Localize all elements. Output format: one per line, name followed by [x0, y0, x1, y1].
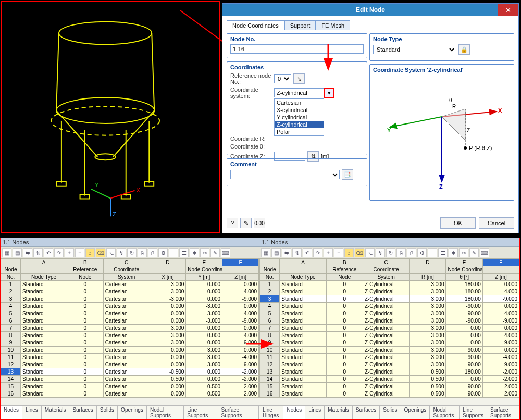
coord-system-dropdown[interactable]: Cartesian X-cylindrical Y-cylindrical Z-… [274, 98, 324, 136]
toolbar-button[interactable]: ✂ [459, 248, 468, 257]
toolbar-button[interactable]: ⌨ [480, 248, 489, 257]
toolbar-button[interactable]: ⇆ [282, 248, 291, 257]
tab-fe-mesh[interactable]: FE Mesh [316, 20, 350, 30]
toolbar-button[interactable]: ↶ [303, 248, 312, 257]
toolbar-button[interactable]: ⌫ [96, 248, 105, 257]
option-z-cyl[interactable]: Z-cylindrical [275, 121, 324, 128]
coord-system-value[interactable]: Z-cylindrical [274, 88, 324, 97]
toolbar-button[interactable]: － [75, 248, 84, 257]
footer-tab[interactable]: Line Hinges [259, 406, 283, 419]
toolbar-button[interactable]: ⎘ [396, 248, 406, 257]
grid-right[interactable]: ABCDEFNodeReferenceCoordinateNode Coordi… [259, 258, 519, 398]
comment-input[interactable] [230, 170, 340, 179]
toolbar-button[interactable]: ⇅ [33, 248, 43, 257]
nodes-table-right: 1.1 Nodes ▦▤⇆⇅↶↷＋－⌂⌫⌥↯↻⎘⎙⚙⋯☰❖✂✎⌨ ABCDEFN… [259, 238, 520, 420]
toolbar-button[interactable]: ▦ [261, 248, 270, 257]
tab-support[interactable]: Support [284, 20, 316, 30]
node-type-select[interactable]: Standard [373, 45, 456, 54]
toolbar-button[interactable]: ⌫ [355, 248, 364, 257]
toolbar-button[interactable]: ▤ [271, 248, 281, 257]
comment-library-icon[interactable]: 📑 [342, 169, 353, 180]
close-icon[interactable]: ✕ [498, 4, 518, 16]
footer-tab[interactable]: Materials [42, 406, 70, 419]
option-y-cyl[interactable]: Y-cylindrical [275, 114, 324, 121]
footer-tab[interactable]: Openings [401, 406, 430, 419]
footer-tab[interactable]: Solids [380, 406, 401, 419]
toolbar-button[interactable]: ⌂ [85, 248, 95, 257]
footer-tab[interactable]: Nodal Supports [147, 406, 184, 419]
toolbar-button[interactable]: ↷ [313, 248, 322, 257]
svg-line-7 [152, 33, 154, 111]
svg-point-5 [95, 154, 116, 160]
svg-text:Z: Z [439, 183, 443, 190]
ref-node-select[interactable]: 0 [274, 74, 291, 83]
toolbar-button[interactable]: ☰ [438, 248, 448, 257]
footer-tab[interactable]: Materials [325, 406, 353, 419]
toolbar-button[interactable]: ⇆ [23, 248, 32, 257]
footer-tab[interactable]: Lines [22, 406, 42, 419]
pick-node-icon[interactable]: ↘ [293, 73, 305, 84]
units-icon[interactable]: 0.00 [254, 218, 265, 228]
footer-tab[interactable]: Surface Supports [487, 406, 519, 419]
toolbar-button[interactable]: ↶ [44, 248, 53, 257]
node-no-input[interactable] [230, 44, 364, 54]
footer-tab[interactable]: Nodal Supports [430, 406, 460, 419]
toolbar-button[interactable]: ⌨ [221, 248, 230, 257]
toolbar-button[interactable]: ⚙ [417, 248, 427, 257]
toolbar-button[interactable]: ⌂ [344, 248, 354, 257]
footer-tab[interactable]: Surfaces [69, 406, 96, 419]
footer-tab[interactable]: Surfaces [353, 406, 380, 419]
cancel-button[interactable]: Cancel [479, 217, 514, 229]
footer-tab[interactable]: Nodes [1, 406, 22, 419]
toolbar-button[interactable]: ▦ [2, 248, 11, 257]
toolbar-button[interactable]: ✎ [210, 248, 220, 257]
footer-tab[interactable]: Openings [118, 406, 147, 419]
toolbar-button[interactable]: ＋ [324, 248, 333, 257]
toolbar-button[interactable]: ↯ [117, 248, 126, 257]
option-cartesian[interactable]: Cartesian [275, 99, 324, 106]
svg-text:P (R,θ,Z): P (R,θ,Z) [469, 145, 492, 151]
label-ref-node: Reference node No.: [230, 72, 272, 85]
toolbar-button[interactable]: ⎙ [148, 248, 157, 257]
footer-tab[interactable]: Lines [305, 406, 325, 419]
toolbar-button[interactable]: ↷ [54, 248, 64, 257]
ok-button[interactable]: OK [440, 217, 476, 229]
toolbar-button[interactable]: ↯ [376, 248, 385, 257]
toolbar-button[interactable]: ❖ [190, 248, 199, 257]
toolbar-button[interactable]: ⌥ [106, 248, 116, 257]
toolbar-button[interactable]: ＋ [65, 248, 74, 257]
toolbar-button[interactable]: ⇅ [292, 248, 302, 257]
toolbar-button[interactable]: ⎘ [138, 248, 147, 257]
footer-tab[interactable]: Surface Supports [218, 406, 259, 419]
toolbar-button[interactable]: － [334, 248, 343, 257]
toolbar-button[interactable]: ✂ [200, 248, 209, 257]
footer-tab[interactable]: Line Supports [184, 406, 218, 419]
toolbar-button[interactable]: ⋯ [169, 248, 178, 257]
toolbar-button[interactable]: ☰ [179, 248, 189, 257]
toolbar-button[interactable]: ↻ [386, 248, 395, 257]
lock-icon[interactable]: 🔒 [458, 44, 470, 55]
toolbar-button[interactable]: ▤ [13, 248, 22, 257]
footer-tab[interactable]: Solids [97, 406, 118, 419]
grid-left[interactable]: ABCDEFNodeReferenceCoordinateNode Coordi… [1, 258, 259, 398]
help-icon[interactable]: ? [227, 218, 238, 228]
model-viewport[interactable]: X Y Z [1, 1, 220, 233]
option-polar[interactable]: Polar [275, 128, 324, 135]
dialog-titlebar[interactable]: Edit Node ✕ [222, 4, 518, 16]
footer-tab[interactable]: Nodes [283, 406, 305, 419]
footer-tab[interactable]: Line Supports [460, 406, 487, 419]
toolbar-button[interactable]: ⋯ [428, 248, 437, 257]
option-x-cyl[interactable]: X-cylindrical [275, 106, 324, 114]
edit-icon[interactable]: ✎ [240, 218, 252, 228]
svg-text:θ: θ [449, 97, 452, 103]
toolbar-button[interactable]: ❖ [449, 248, 458, 257]
toolbar-button[interactable]: ⎙ [407, 248, 416, 257]
toolbar-button[interactable]: ⚙ [158, 248, 168, 257]
toolbar-button[interactable]: ✎ [469, 248, 479, 257]
nodes-table-left: 1.1 Nodes ▦▤⇆⇅↶↷＋－⌂⌫⌥↯↻⎘⎙⚙⋯☰❖✂✎⌨ ABCDEFN… [0, 238, 259, 420]
tab-node-coordinates[interactable]: Node Coordinates [227, 20, 284, 30]
chevron-down-icon[interactable]: ▾ [324, 88, 334, 98]
footer-tabs-right: Line HingesNodesLinesMaterialsSurfacesSo… [259, 405, 519, 419]
toolbar-button[interactable]: ↻ [127, 248, 137, 257]
toolbar-button[interactable]: ⌥ [365, 248, 375, 257]
